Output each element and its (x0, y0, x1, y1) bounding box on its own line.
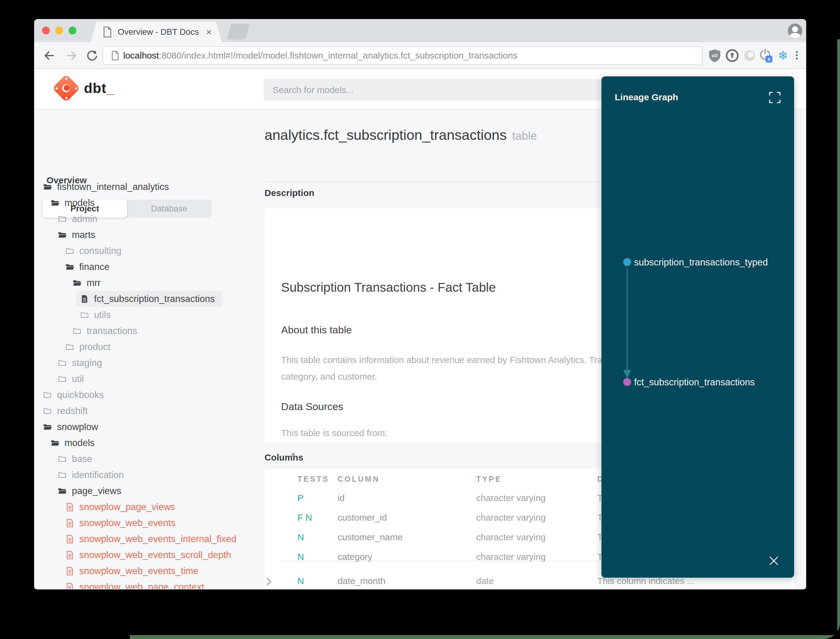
page-document-icon[interactable] (111, 51, 119, 60)
desktop-edge-bottom (130, 635, 840, 639)
ublock-extension-icon[interactable]: uO (707, 48, 722, 63)
window-close-button[interactable] (42, 27, 50, 35)
onepassword-extension-icon[interactable] (725, 48, 740, 63)
data-sources-intro: This table is sourced from: (281, 428, 387, 438)
power-extension-icon[interactable]: x (758, 48, 773, 63)
tree-item[interactable]: transactions (34, 323, 257, 339)
lineage-node-label[interactable]: fct_subscription_transactions (634, 377, 755, 388)
url-bar[interactable]: localhost:8080/index.html#!/model/model.… (103, 46, 703, 65)
forward-button[interactable] (65, 49, 78, 62)
tree-item[interactable]: finance (34, 259, 257, 275)
tree-item[interactable]: snowplow_web_events_internal_fixed (34, 531, 257, 547)
lineage-node-label[interactable]: subscription_transactions_typed (634, 257, 768, 267)
folder-closed-icon (65, 342, 74, 351)
folder-closed-icon (58, 358, 67, 367)
tree-item[interactable]: snowplow_web_events_time (34, 563, 257, 579)
row-expand-chevron-icon[interactable] (265, 576, 273, 587)
description-section-heading: Description (265, 188, 314, 198)
tree-item-label: models (65, 197, 95, 208)
row-column-name: id (338, 493, 345, 503)
browser-menu-button[interactable] (791, 49, 803, 62)
browser-profile-avatar[interactable] (788, 24, 802, 38)
window-zoom-button[interactable] (68, 27, 76, 35)
tree-item-label: redshift (57, 405, 88, 416)
tree-item-label: models (65, 437, 95, 448)
tree-item-label: snowplow_web_events_scroll_depth (79, 550, 231, 561)
model-file-icon (65, 534, 74, 544)
tree-item-label: fct_subscription_transactions (94, 294, 215, 304)
folder-open-icon (43, 183, 52, 191)
lineage-node-fct-subscription-transactions[interactable] (623, 378, 631, 386)
row-tests: N (297, 576, 304, 586)
tree-item[interactable]: fct_subscription_transactions (76, 291, 223, 307)
url-text[interactable]: localhost:8080/index.html#!/model/model.… (123, 51, 518, 61)
tab-favicon-document-icon (103, 27, 112, 37)
tree-item[interactable]: staging (34, 355, 257, 371)
new-tab-button[interactable] (227, 24, 250, 40)
tree-item-label: snowplow_web_page_context (79, 582, 205, 589)
tree-item[interactable]: fishtown_internal_analytics (34, 179, 257, 195)
table-row[interactable]: N date_month date This column indicates … (265, 576, 794, 589)
lineage-graph[interactable]: subscription_transactions_typed fct_subs… (602, 76, 794, 578)
tree-item[interactable]: page_views (34, 483, 257, 499)
folder-closed-icon (43, 391, 52, 399)
tree-item-label: snowplow_page_views (79, 502, 175, 512)
folder-open-icon (51, 439, 59, 448)
tree-item-label: page_views (72, 486, 121, 496)
svg-text:uO: uO (712, 53, 718, 58)
row-type: character varying (476, 512, 546, 523)
tree-item[interactable]: redshift (34, 403, 257, 419)
dbt-docs-app: dbt_ Overview Project Database (34, 69, 806, 589)
tree-item[interactable]: models (34, 195, 257, 211)
row-column-name: date_month (338, 576, 385, 586)
snowflake-extension-icon[interactable]: ❄ (776, 48, 790, 63)
folder-closed-icon (58, 215, 67, 224)
tree-item[interactable]: models (34, 435, 257, 451)
grey-swirl-extension-icon[interactable] (743, 48, 757, 63)
tree-item[interactable]: identification (34, 467, 257, 483)
url-host: localhost (123, 51, 159, 60)
card-title: Subscription Transactions - Fact Table (281, 280, 496, 295)
tree-item[interactable]: snowplow_page_views (34, 499, 257, 515)
reload-button[interactable] (86, 49, 98, 62)
dbt-logo[interactable]: dbt_ (54, 76, 114, 100)
col-header-column: COLUMN (338, 475, 380, 483)
folder-open-icon (65, 262, 74, 272)
tree-item-label: consulting (79, 245, 122, 256)
tree-item[interactable]: snowplow_web_events (34, 515, 257, 531)
lineage-close-icon[interactable] (768, 555, 780, 566)
folder-open-icon (58, 486, 67, 496)
tree-item-label: product (79, 342, 111, 353)
tree-item[interactable]: snowplow_web_events_scroll_depth (34, 547, 257, 563)
window-minimize-button[interactable] (55, 27, 63, 35)
tree-item[interactable]: base (34, 451, 257, 467)
tree-item[interactable]: utils (34, 307, 257, 323)
tree-item[interactable]: consulting (34, 243, 257, 259)
avatar-head (792, 26, 798, 32)
columns-section-heading: Columns (265, 452, 303, 463)
row-type: character varying (476, 493, 546, 503)
model-file-icon (65, 566, 74, 575)
tree-item[interactable]: admin (34, 211, 257, 227)
tree-item[interactable]: product (34, 339, 257, 355)
lineage-node-subscription-transactions-typed[interactable] (623, 258, 631, 266)
tree-item[interactable]: quickbooks (34, 387, 257, 403)
tree-item-label: quickbooks (57, 389, 104, 401)
tab-close-icon[interactable]: × (206, 27, 212, 37)
browser-window: Overview - DBT Docs × (34, 19, 806, 590)
tree-item-label: snowplow_web_events (79, 518, 176, 528)
tree-item[interactable]: mrr (34, 275, 257, 291)
about-paragraph-line1: This table contains information about re… (281, 355, 612, 365)
back-button[interactable] (43, 49, 55, 62)
browser-tab[interactable]: Overview - DBT Docs × (91, 22, 222, 42)
screenshot-canvas: Overview - DBT Docs × (0, 0, 840, 639)
tree-item[interactable]: snowplow (34, 419, 257, 435)
tree-item[interactable]: util (34, 371, 257, 387)
lineage-graph-panel: Lineage Graph subscription_transactions_… (602, 76, 794, 578)
url-path: :8080/index.html#!/model/model.fishtown_… (159, 51, 517, 60)
row-tests: N (297, 552, 304, 562)
tree-item-label: staging (72, 358, 102, 369)
tree-item[interactable]: marts (34, 227, 257, 243)
tree-item[interactable]: snowplow_web_page_context (34, 579, 257, 589)
dbt-logo-text: dbt_ (84, 80, 114, 96)
